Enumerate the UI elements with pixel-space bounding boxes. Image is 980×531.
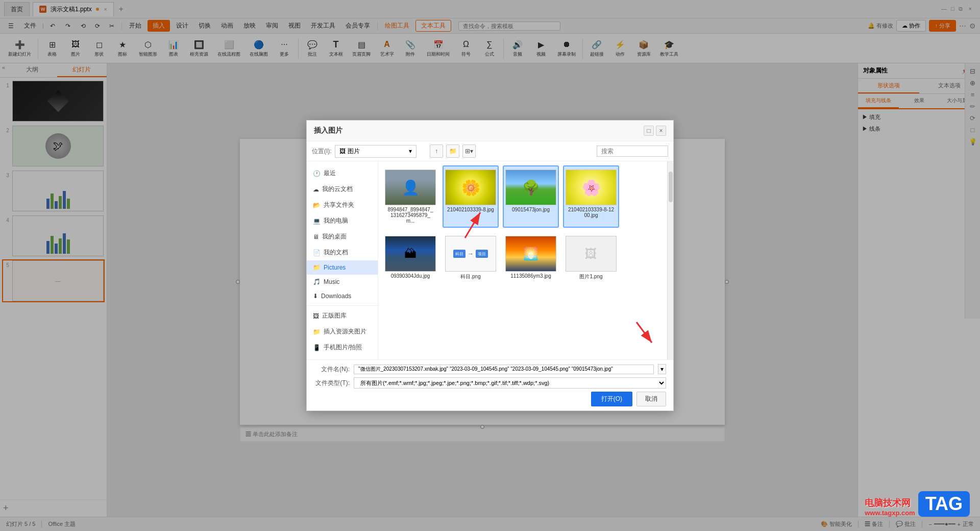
nav-shared-label: 共享文件夹 [324, 201, 354, 209]
nav-cloud-label: 我的云文档 [322, 185, 353, 194]
nav-stock[interactable]: 🖼 正版图库 [307, 308, 378, 324]
nav-desktop-label: 我的桌面 [322, 232, 347, 241]
file-item-8[interactable]: 🖼 图片1.png [563, 232, 619, 284]
file-name-8: 图片1.png [579, 273, 602, 280]
nav-shared[interactable]: 📂 共享文件夹 [307, 197, 378, 213]
dialog-footer: 文件名(N): ▾ 文件类型(T): 所有图片(*.emf;*.wmf;*.jp… [307, 359, 673, 411]
dialog-scroll-thumb[interactable] [669, 172, 673, 202]
nav-recent-label: 最近 [324, 169, 336, 178]
svg-line-3 [636, 322, 652, 343]
insert-resource-icon: 📁 [313, 328, 321, 335]
nav-phone-label: 手机图片/拍照 [324, 343, 362, 352]
watermark-site: 电脑技术网 [865, 497, 915, 509]
watermark-url: www.tagxp.com [865, 509, 915, 517]
file-thumb-8: 🖼 [566, 236, 617, 272]
nav-downloads-label: Downloads [321, 293, 351, 300]
dialog-scrollbar[interactable] [667, 161, 673, 359]
watermark-tag-box: TAG [918, 491, 970, 517]
dialog-file-content: 👤 8994847_8994847_1316273495879_m... 🌼 2… [378, 161, 667, 359]
file-name-5: 09390304Jdu.jpg [391, 273, 430, 279]
file-name-3: 09015473jon.jpg [512, 207, 550, 212]
nav-mydocs-label: 我的文档 [324, 248, 348, 257]
insert-image-dialog: 插入图片 □ × 位置(I): 🖼 图片 ▾ ↑ 📁 ⊞▾ [306, 120, 674, 411]
file-name-2: 210402103339-8.jpg [447, 207, 494, 212]
nav-desktop[interactable]: 🖥 我的桌面 [307, 229, 378, 245]
file-item-5[interactable]: 🏔 09390304Jdu.jpg [382, 232, 438, 284]
watermark-area: 电脑技术网 www.tagxp.com TAG [865, 491, 970, 517]
pictures-icon: 📁 [313, 264, 321, 271]
nav-mypc[interactable]: 💻 我的电脑 [307, 213, 378, 229]
location-folder-icon: 🖼 [339, 148, 346, 155]
file-thumb-3: 🌳 [505, 170, 556, 205]
nav-stock-label: 正版图库 [322, 311, 347, 320]
file-thumb-7: 🌅 [505, 236, 556, 272]
dialog-window-controls: □ × [644, 126, 666, 136]
nav-mydocs[interactable]: 📄 我的文档 [307, 245, 378, 260]
filename-dropdown-btn[interactable]: ▾ [658, 364, 666, 374]
go-up-btn[interactable]: ↑ [430, 144, 443, 158]
file-thumb-2: 🌼 [445, 170, 496, 205]
location-label: 位置(I): [312, 147, 332, 156]
dialog-close-btn[interactable]: × [656, 126, 666, 136]
file-name-7: 11135086ym3.jpg [510, 273, 551, 279]
dialog-title-text: 插入图片 [314, 126, 342, 135]
phone-icon: 📱 [313, 344, 321, 351]
filename-field: 文件名(N): ▾ [314, 364, 666, 374]
arrow-annotation-2 [626, 317, 657, 349]
view-toggle-btn[interactable]: ⊞▾ [462, 144, 476, 158]
nav-insert-resource[interactable]: 📁 插入资源夹图片 [307, 324, 378, 340]
nav-music[interactable]: 🎵 Music [307, 275, 378, 289]
dialog-action-buttons: 打开(O) 取消 [314, 392, 666, 406]
nav-music-label: Music [324, 278, 339, 285]
nav-divider [307, 305, 378, 306]
file-item-1[interactable]: 👤 8994847_8994847_1316273495879_m... [382, 165, 438, 228]
filetype-label: 文件类型(T): [314, 379, 350, 388]
nav-insert-resource-label: 插入资源夹图片 [324, 327, 366, 336]
file-thumb-4: 🌸 [566, 170, 617, 205]
mydocs-icon: 📄 [313, 249, 321, 256]
file-name-4: 210402103339-8-1200.jpg [567, 207, 615, 218]
nav-pictures-label: Pictures [324, 264, 346, 271]
shared-icon: 📂 [313, 202, 321, 209]
file-thumb-6: 科目 → 项目 [445, 236, 496, 272]
nav-cloud[interactable]: ☁ 我的云文档 [307, 181, 378, 197]
nav-pictures[interactable]: 📁 Pictures [307, 260, 378, 275]
filetype-field: 文件类型(T): 所有图片(*.emf;*.wmf;*.jpg;*.jpeg;*… [314, 377, 666, 389]
filename-label: 文件名(N): [314, 365, 350, 374]
watermark-text-area: 电脑技术网 www.tagxp.com [865, 497, 915, 517]
stock-icon: 🖼 [313, 312, 319, 320]
nav-phone[interactable]: 📱 手机图片/拍照 [307, 340, 378, 355]
dialog-overlay: 插入图片 □ × 位置(I): 🖼 图片 ▾ ↑ 📁 ⊞▾ [0, 0, 980, 531]
downloads-icon: ⬇ [313, 293, 318, 300]
dialog-location: 位置(I): 🖼 图片 ▾ [312, 145, 427, 158]
file-search-input[interactable] [597, 146, 668, 157]
recent-icon: 🕐 [313, 170, 321, 177]
location-dropdown-icon: ▾ [409, 148, 412, 155]
file-item-4[interactable]: 🌸 210402103339-8-1200.jpg [563, 165, 619, 228]
open-btn[interactable]: 打开(O) [591, 392, 632, 406]
dialog-sidebar: 🕐 最近 ☁ 我的云文档 📂 共享文件夹 💻 我的电脑 🖥 我的桌面 [307, 161, 378, 359]
file-item-3[interactable]: 🌳 09015473jon.jpg [503, 165, 559, 228]
file-item-2[interactable]: 🌼 210402103339-8.jpg [443, 165, 499, 228]
nav-downloads[interactable]: ⬇ Downloads [307, 289, 378, 303]
file-item-7[interactable]: 🌅 11135086ym3.jpg [503, 232, 559, 284]
file-item-6[interactable]: 科目 → 项目 科目.png [443, 232, 499, 284]
music-icon: 🎵 [313, 278, 321, 285]
filetype-select[interactable]: 所有图片(*.emf;*.wmf;*.jpg;*.jpeg;*.jpe;*.pn… [354, 377, 666, 389]
file-name-6: 科目.png [460, 273, 480, 280]
file-thumb-5: 🏔 [385, 236, 436, 272]
blank-img-icon: 🖼 [585, 247, 597, 261]
nav-recent[interactable]: 🕐 最近 [307, 165, 378, 181]
file-name-1: 8994847_8994847_1316273495879_m... [386, 207, 434, 224]
watermark-content: 电脑技术网 www.tagxp.com TAG [865, 491, 970, 517]
location-selector[interactable]: 🖼 图片 ▾ [335, 145, 416, 158]
location-value-text: 图片 [348, 147, 360, 156]
dialog-body: 🕐 最近 ☁ 我的云文档 📂 共享文件夹 💻 我的电脑 🖥 我的桌面 [307, 161, 673, 359]
filename-input[interactable] [354, 365, 654, 374]
cancel-btn[interactable]: 取消 [636, 392, 666, 406]
new-folder-btn[interactable]: 📁 [446, 144, 459, 158]
cloud-icon: ☁ [313, 186, 319, 193]
file-grid: 👤 8994847_8994847_1316273495879_m... 🌼 2… [382, 165, 663, 284]
dialog-minimize-btn[interactable]: □ [644, 126, 654, 136]
dialog-toolbar: 位置(I): 🖼 图片 ▾ ↑ 📁 ⊞▾ [307, 141, 673, 161]
